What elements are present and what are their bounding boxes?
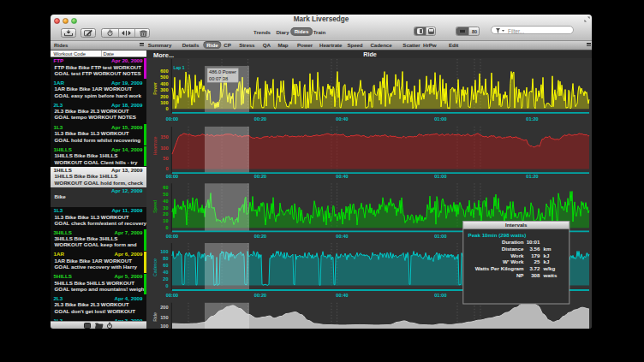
svg-text:486.0 Power: 486.0 Power xyxy=(209,69,236,74)
svg-text:Duration: Duration xyxy=(502,239,524,245)
svg-text:400: 400 xyxy=(160,80,168,86)
svg-text:W' Work: W' Work xyxy=(503,258,524,264)
svg-text:00:20: 00:20 xyxy=(254,116,266,121)
svg-text:More...: More... xyxy=(153,50,174,58)
svg-text:Watts Per Kilogram: Watts Per Kilogram xyxy=(475,265,524,271)
svg-text:00:00: 00:00 xyxy=(166,116,178,121)
svg-text:01:00: 01:00 xyxy=(434,174,446,179)
svg-text:kJ: kJ xyxy=(544,258,550,264)
svg-text:00:00: 00:00 xyxy=(166,292,178,297)
svg-text:00:40: 00:40 xyxy=(336,174,348,179)
svg-text:300: 300 xyxy=(160,87,168,92)
svg-text:60: 60 xyxy=(163,184,168,189)
svg-text:00:00: 00:00 xyxy=(166,174,178,179)
svg-text:0: 0 xyxy=(165,166,168,171)
svg-text:Power: Power xyxy=(152,81,158,94)
svg-text:00:20: 00:20 xyxy=(254,292,266,297)
svg-text:40: 40 xyxy=(163,198,168,203)
svg-text:Work: Work xyxy=(510,252,524,258)
svg-text:3.72: 3.72 xyxy=(529,265,540,271)
svg-text:Speed: Speed xyxy=(152,199,158,212)
svg-text:80: 80 xyxy=(472,28,477,33)
svg-text:10:01: 10:01 xyxy=(527,239,540,245)
svg-text:20: 20 xyxy=(163,276,168,281)
svg-text:20: 20 xyxy=(163,211,168,217)
svg-text:01:00: 01:00 xyxy=(434,116,446,121)
svg-text:40: 40 xyxy=(163,269,168,274)
svg-text:00:07:38: 00:07:38 xyxy=(209,75,228,80)
svg-text:NP: NP xyxy=(516,272,524,278)
svg-text:0: 0 xyxy=(165,225,168,230)
svg-text:00:20: 00:20 xyxy=(254,174,266,179)
svg-text:Lap 1: Lap 1 xyxy=(174,64,185,69)
svg-text:50: 50 xyxy=(163,156,168,161)
svg-text:Distance: Distance xyxy=(502,245,524,251)
svg-text:150: 150 xyxy=(160,314,168,319)
svg-text:100: 100 xyxy=(160,145,168,150)
svg-text:150: 150 xyxy=(160,134,168,139)
svg-text:00:40: 00:40 xyxy=(336,292,348,297)
svg-text:00:40: 00:40 xyxy=(336,234,348,239)
svg-text:00:00: 00:00 xyxy=(166,234,178,239)
svg-text:Peak 10min (298 watts): Peak 10min (298 watts) xyxy=(468,232,527,238)
svg-text:km: km xyxy=(544,245,552,251)
svg-text:01:00: 01:00 xyxy=(434,292,446,297)
svg-text:80: 80 xyxy=(163,255,168,260)
svg-text:Ride: Ride xyxy=(363,50,377,58)
svg-text:Ride: Ride xyxy=(152,312,158,322)
svg-text:500: 500 xyxy=(160,74,168,80)
svg-text:100: 100 xyxy=(160,248,168,253)
svg-text:watts: watts xyxy=(543,272,558,278)
svg-text:100: 100 xyxy=(160,99,168,104)
svg-text:30: 30 xyxy=(163,205,168,210)
svg-text:0: 0 xyxy=(165,282,168,288)
svg-text:308: 308 xyxy=(531,272,540,278)
svg-text:01:20: 01:20 xyxy=(526,116,538,121)
svg-text:00:40: 00:40 xyxy=(336,116,348,121)
svg-text:25: 25 xyxy=(534,258,540,264)
svg-text:60: 60 xyxy=(163,262,168,267)
svg-text:600: 600 xyxy=(160,68,168,74)
svg-text:Heartrate: Heartrate xyxy=(152,136,158,155)
svg-text:w/kg: w/kg xyxy=(543,265,556,271)
svg-text:00:20: 00:20 xyxy=(254,234,266,239)
svg-text:01:20: 01:20 xyxy=(526,174,538,179)
svg-text:0: 0 xyxy=(165,106,168,111)
svg-text:200: 200 xyxy=(160,304,168,309)
svg-text:50: 50 xyxy=(163,191,168,196)
svg-text:10: 10 xyxy=(163,218,168,223)
svg-text:01:00: 01:00 xyxy=(434,234,446,239)
svg-text:3.56: 3.56 xyxy=(529,245,540,251)
svg-text:kJ: kJ xyxy=(544,252,550,258)
svg-text:179: 179 xyxy=(531,252,540,258)
svg-text:Cadence: Cadence xyxy=(152,258,158,276)
svg-text:100: 100 xyxy=(160,323,168,328)
svg-text:200: 200 xyxy=(160,93,168,98)
svg-text:Intervals: Intervals xyxy=(505,222,528,228)
